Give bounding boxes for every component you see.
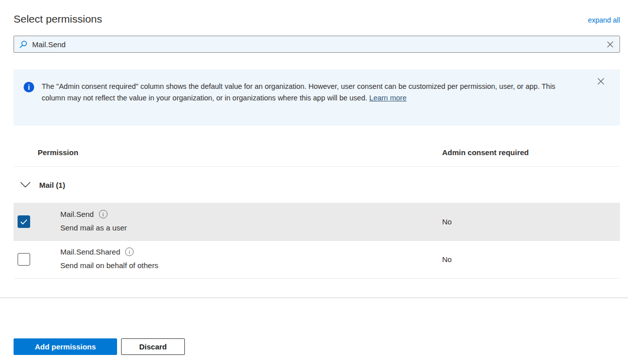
table-row[interactable]: Mail.Send i Send mail as a user No: [14, 203, 620, 241]
banner-close-icon[interactable]: [596, 76, 606, 86]
info-banner: i The "Admin consent required" column sh…: [14, 69, 620, 126]
permission-info-icon[interactable]: i: [99, 210, 108, 218]
search-box[interactable]: [14, 36, 620, 53]
group-label: Mail (1): [39, 181, 65, 189]
permission-info-icon[interactable]: i: [125, 248, 134, 256]
column-header-permission: Permission: [38, 148, 78, 157]
select-permissions-panel: Select permissions expand all i: [0, 0, 628, 364]
table-header: Permission Admin consent required: [14, 148, 620, 167]
permission-description: Send mail on behalf of others: [60, 261, 158, 270]
add-permissions-button[interactable]: Add permissions: [14, 338, 117, 355]
titlebar: Select permissions expand all: [14, 0, 620, 25]
permission-name: Mail.Send: [60, 210, 94, 218]
learn-more-link[interactable]: Learn more: [369, 94, 406, 102]
admin-consent-value: No: [442, 217, 452, 226]
checkbox-mail-send-shared[interactable]: [18, 253, 30, 266]
permission-description: Send mail as a user: [60, 223, 127, 232]
chevron-down-icon[interactable]: [20, 182, 31, 188]
search-icon: [19, 40, 28, 49]
permission-name: Mail.Send.Shared: [60, 248, 120, 256]
info-banner-text: The "Admin consent required" column show…: [42, 81, 574, 103]
checkbox-mail-send[interactable]: [18, 215, 30, 228]
search-input[interactable]: [32, 40, 606, 49]
column-header-admin-consent: Admin consent required: [442, 148, 529, 157]
admin-consent-value: No: [442, 255, 452, 264]
footer-actions: Add permissions Discard: [14, 338, 185, 355]
info-icon: i: [24, 82, 34, 92]
info-banner-message: The "Admin consent required" column show…: [42, 82, 555, 102]
page-title: Select permissions: [14, 13, 102, 25]
expand-all-link[interactable]: expand all: [588, 16, 620, 24]
group-row-mail[interactable]: Mail (1): [14, 167, 620, 203]
search-clear-icon[interactable]: [606, 40, 614, 49]
footer-divider: [0, 297, 628, 298]
discard-button[interactable]: Discard: [121, 338, 185, 355]
table-row[interactable]: Mail.Send.Shared i Send mail on behalf o…: [14, 241, 620, 279]
